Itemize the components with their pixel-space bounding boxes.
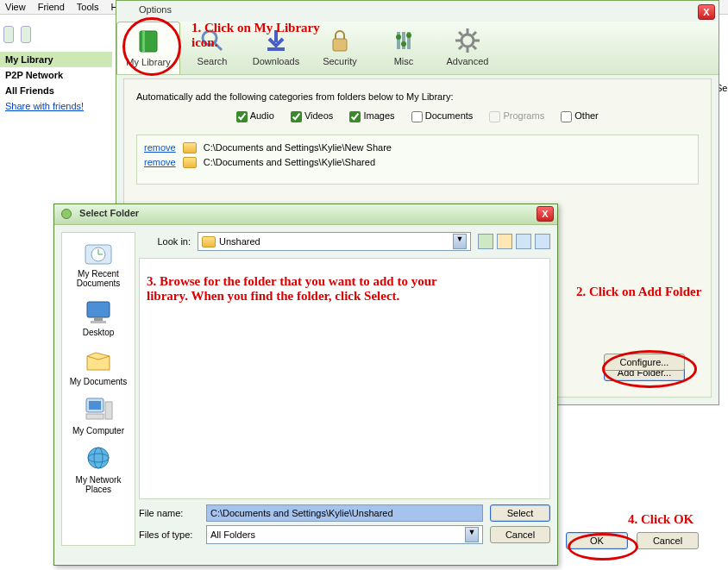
book-icon [135, 28, 162, 55]
cat-other[interactable]: Other [561, 110, 599, 121]
filetype-combo[interactable]: All Folders ▼ [206, 525, 483, 544]
tab-search[interactable]: Search [180, 22, 244, 74]
folder-row: remove C:\Documents and Settings\Kylie\S… [144, 155, 691, 170]
svg-point-9 [396, 34, 401, 40]
cat-documents[interactable]: Documents [411, 110, 474, 121]
cat-label: Programs [503, 110, 544, 121]
dialog-cancel-button[interactable]: Cancel [490, 526, 550, 543]
sidebar-item-friends[interactable]: All Friends [0, 83, 112, 98]
desktop-icon [82, 295, 115, 326]
options-buttonbar: OK Cancel [566, 532, 699, 549]
place-label: My Recent Documents [64, 269, 133, 288]
svg-point-12 [461, 34, 474, 47]
checkbox-other[interactable] [561, 111, 572, 122]
file-list-area[interactable] [139, 258, 550, 499]
tab-downloads[interactable]: Downloads [244, 22, 308, 74]
configure-button[interactable]: Configure... [604, 354, 685, 371]
sliders-icon [390, 27, 417, 54]
cat-audio[interactable]: Audio [236, 110, 274, 121]
home-icon[interactable] [3, 26, 14, 43]
folder-path: C:\Documents and Settings\Kylie\Shared [204, 157, 375, 167]
select-button[interactable]: Select [490, 504, 550, 522]
close-icon: X [703, 7, 709, 17]
place-label: Desktop [64, 328, 133, 337]
view-details-icon[interactable] [535, 234, 550, 249]
menu-view[interactable]: View [5, 2, 26, 12]
place-label: My Network Places [64, 475, 133, 494]
tab-security[interactable]: Security [308, 22, 372, 74]
menu-friend[interactable]: Friend [38, 2, 65, 12]
chevron-down-icon[interactable]: ▼ [465, 527, 479, 542]
folder-path: C:\Documents and Settings\Kylie\New Shar… [204, 142, 392, 153]
tab-misc[interactable]: Misc [372, 22, 436, 74]
place-my-computer[interactable]: My Computer [64, 393, 133, 435]
checkbox-images[interactable] [349, 111, 361, 122]
tab-advanced[interactable]: Advanced [436, 22, 499, 74]
sidebar-item-p2p[interactable]: P2P Network [0, 67, 112, 83]
dialog-titlebar[interactable]: Select Folder X [54, 204, 557, 225]
svg-point-32 [88, 448, 109, 468]
music-icon[interactable] [21, 26, 31, 43]
sidebar-item-my-library[interactable]: My Library [0, 52, 112, 67]
remove-link[interactable]: remove [144, 157, 176, 167]
look-in-combo[interactable]: Unshared ▼ [198, 232, 471, 251]
cat-videos[interactable]: Videos [291, 110, 334, 121]
svg-rect-1 [142, 31, 145, 52]
place-label: My Documents [64, 377, 133, 386]
ok-button[interactable]: OK [566, 532, 628, 549]
filename-input[interactable] [206, 504, 483, 522]
view-list-icon[interactable] [516, 234, 531, 249]
dialog-title-text: Select Folder [79, 208, 139, 218]
svg-line-18 [473, 46, 476, 49]
category-checkboxes: Audio Videos Images Documents Programs O… [136, 110, 699, 122]
options-title: Options [139, 4, 172, 15]
checkbox-videos[interactable] [291, 111, 302, 122]
menu-tools[interactable]: Tools [77, 2, 99, 12]
folder-icon [183, 142, 197, 153]
svg-rect-4 [267, 47, 285, 51]
place-desktop[interactable]: Desktop [64, 295, 133, 337]
sidebar-list: My Library P2P Network All Friends Share… [0, 52, 112, 114]
svg-line-19 [459, 46, 462, 49]
close-icon: X [542, 209, 548, 219]
gear-icon [454, 27, 481, 54]
svg-point-11 [406, 33, 411, 38]
tab-label: Security [308, 56, 372, 66]
folder-list: remove C:\Documents and Settings\Kylie\N… [136, 135, 699, 185]
select-folder-dialog: Select Folder X My Recent Documents Desk… [53, 204, 558, 566]
tab-label: Downloads [244, 56, 308, 66]
place-recent-documents[interactable]: My Recent Documents [64, 236, 133, 288]
up-folder-icon[interactable] [478, 234, 493, 249]
chevron-down-icon[interactable]: ▼ [453, 234, 467, 249]
dialog-close-button[interactable]: X [537, 206, 554, 222]
filetype-label: Files of type: [139, 529, 199, 540]
new-folder-icon[interactable] [497, 234, 512, 249]
place-label: My Computer [64, 426, 133, 435]
svg-rect-31 [86, 414, 104, 419]
cat-images[interactable]: Images [349, 110, 394, 121]
cancel-button[interactable]: Cancel [637, 532, 699, 549]
clock-folder-icon [82, 236, 115, 267]
svg-rect-29 [89, 401, 101, 410]
checkbox-audio[interactable] [236, 111, 248, 122]
sidebar-share-link[interactable]: Share with friends! [0, 98, 112, 114]
options-description: Automatically add the following categori… [136, 91, 699, 102]
place-network[interactable]: My Network Places [64, 442, 133, 494]
remove-link[interactable]: remove [144, 142, 176, 153]
folder-icon [202, 236, 216, 247]
toolbar-icons [0, 22, 35, 47]
lock-icon [326, 27, 354, 54]
cat-programs: Programs [489, 110, 544, 121]
svg-line-17 [459, 32, 462, 35]
svg-point-2 [203, 31, 217, 45]
dialog-nav-icons [478, 234, 550, 249]
options-close-button[interactable]: X [698, 4, 715, 20]
tab-my-library[interactable]: My Library [116, 22, 180, 74]
place-my-documents[interactable]: My Documents [64, 344, 133, 386]
checkbox-documents[interactable] [411, 111, 423, 122]
documents-icon [82, 344, 115, 375]
computer-icon [82, 393, 115, 424]
svg-rect-30 [105, 402, 112, 419]
download-icon [262, 27, 290, 54]
tab-label: Advanced [436, 56, 499, 66]
